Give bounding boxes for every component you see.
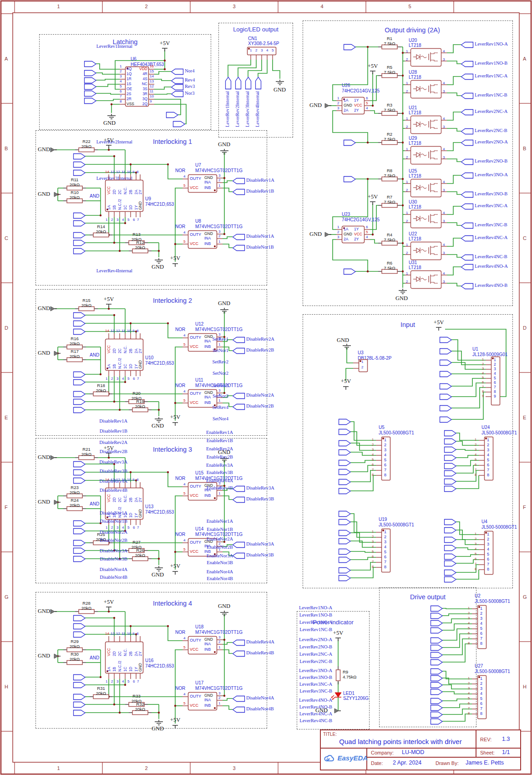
pin-number: 7 <box>384 468 386 472</box>
pin-number: 2 <box>406 90 408 93</box>
pin-name: INB <box>204 345 211 349</box>
vcc-bar-icon <box>106 606 112 611</box>
pin-number: 7 <box>372 468 374 472</box>
pin-name: 2D <box>112 189 117 194</box>
component-part: LT218 <box>409 110 421 115</box>
pin-name: VCC <box>190 648 198 652</box>
pin-number: 4 <box>443 82 445 85</box>
net-flag-arrow-icon <box>235 77 241 89</box>
pin-number: 2 <box>218 235 220 238</box>
pin-number: 5 <box>183 343 185 347</box>
pin-number: 4 <box>183 693 185 696</box>
pin-number: 1 <box>384 438 386 442</box>
pin-name: 1B <box>112 364 117 369</box>
resistor-value: 20kΩ <box>135 707 145 712</box>
net-label: LeverRev4NO-B <box>299 704 332 710</box>
pin-name: INB <box>204 648 211 652</box>
net-flag-arrow-icon <box>73 379 86 385</box>
pin-name: INA <box>204 642 211 646</box>
pin-number: 3 <box>261 49 263 52</box>
net-flag-arrow-icon <box>73 520 86 526</box>
net-flag-arrow-icon <box>84 84 96 90</box>
net-flag-arrow-icon <box>444 519 456 525</box>
company-label: Company: <box>371 750 394 755</box>
net-flag-arrow-icon <box>431 659 443 665</box>
pin-number: 3 <box>475 448 476 452</box>
pin-number: 1 <box>106 218 107 222</box>
resistor-ref: R30 <box>71 652 78 657</box>
pin-number: 4 <box>443 180 445 184</box>
pin-name: VCC <box>354 103 362 107</box>
sheet-value: 1/1 <box>502 749 510 755</box>
pin-name: VCC <box>354 232 362 236</box>
frame-row-label: A <box>5 56 8 61</box>
pin-number: 5 <box>487 552 489 556</box>
pin-name: 1A <box>344 227 348 231</box>
frame-column-label: 4 <box>320 4 323 9</box>
pin-number: 1 <box>406 82 408 85</box>
resistor-ref: R29 <box>71 639 78 644</box>
pin-number: 7 <box>120 95 122 98</box>
pin-number: 5 <box>127 526 129 530</box>
net-flag-arrow-icon <box>440 383 452 389</box>
gate-label: NOR <box>175 224 185 229</box>
component-ref: U17 <box>195 680 203 685</box>
net-flag-arrow-icon <box>73 312 86 318</box>
frame-row-label: D <box>523 325 527 331</box>
net-flag-arrow-icon <box>73 682 86 688</box>
resistor-ref: R6 <box>387 261 392 265</box>
gnd-label: GND <box>38 147 50 153</box>
vcc-label: +5V <box>104 138 114 143</box>
gnd-arrow-icon <box>325 103 331 108</box>
net-label: SetRev4 <box>212 405 228 410</box>
net-label: EnableNor2A <box>207 536 233 542</box>
vcc-label: +5V <box>170 414 180 420</box>
net-label: LeverRev3Internal <box>245 91 250 127</box>
vcc-bar-icon <box>172 422 178 426</box>
pin-number: 3 <box>384 448 386 452</box>
pin-number: 3 <box>443 189 445 192</box>
pin-number: 1 <box>218 646 220 649</box>
pin-name: INA <box>204 339 211 343</box>
pin-number: 15 <box>150 70 154 73</box>
pin-name: 1B <box>112 205 117 210</box>
pin-number: 6 <box>133 526 135 530</box>
resistor-ref: R24 <box>71 498 78 503</box>
net-flag-arrow-icon <box>339 460 351 466</box>
pin-number: 5 <box>183 184 185 188</box>
resistor-ref: R28 <box>82 601 90 606</box>
net-label: LeverRev2NC-A <box>475 109 507 114</box>
vcc-label: +5V <box>368 63 378 69</box>
resistor-value: 20kΩ <box>70 342 80 346</box>
pin-number: 2 <box>406 189 408 192</box>
pin-name: INB <box>204 494 211 498</box>
net-label: LeverRev1Internal <box>225 91 230 127</box>
net-label: LeverRev2NC-B <box>475 128 507 133</box>
pin-number: 2 <box>406 219 408 223</box>
pin-number: 1 <box>475 438 476 442</box>
resistor-value: 20kΩ <box>135 404 145 409</box>
pin-number: 3 <box>218 230 220 234</box>
vcc-bar-icon <box>172 571 178 575</box>
pin-name: 3S <box>143 87 147 91</box>
component-ref: U13 <box>145 504 153 509</box>
pin-number: 2 <box>406 156 408 159</box>
net-flag-arrow-icon <box>255 77 261 89</box>
net-label: LeverRev3NO-A <box>475 172 508 178</box>
net-flag-arrow-icon <box>431 606 443 612</box>
pin-number: 1 <box>384 530 386 534</box>
pin-name: INA <box>204 180 211 184</box>
component-ref: U19 <box>379 517 387 522</box>
gnd-icon <box>106 114 117 120</box>
pin-number: 4 <box>487 547 489 551</box>
drawn-by-label: Drawn By: <box>436 760 459 766</box>
pin-number: 6 <box>487 557 489 561</box>
pin-number: 5 <box>183 646 185 649</box>
net-flag-arrow-icon <box>431 712 443 718</box>
pin-number: 1 <box>372 530 374 534</box>
pin-name: VSS <box>127 102 134 106</box>
net-label: DisableRev3B <box>100 469 127 474</box>
gate-label: NOR <box>175 686 185 691</box>
company-value: LU-MOD <box>402 749 424 755</box>
pin-number: 6 <box>133 218 135 222</box>
